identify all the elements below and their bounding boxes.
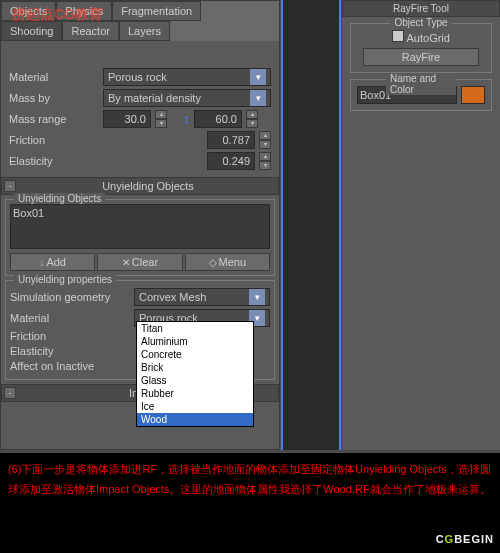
- massrange-label: Mass range: [9, 113, 99, 125]
- x-icon: ✕: [122, 257, 130, 268]
- material-dropdown[interactable]: Porous rock ▾: [103, 68, 271, 86]
- option-rubber[interactable]: Rubber: [137, 387, 253, 400]
- spinner-down-icon[interactable]: ▾: [246, 119, 258, 128]
- uny-material-label: Material: [10, 312, 130, 324]
- material-label: Material: [9, 71, 99, 83]
- chevron-down-icon: ▾: [249, 289, 265, 305]
- simgeo-label: Simulation geometry: [10, 291, 130, 303]
- add-button[interactable]: ↓Add: [10, 253, 95, 271]
- spinner-down-icon[interactable]: ▾: [259, 140, 271, 149]
- unyprops-legend: Unyielding properties: [14, 274, 116, 285]
- color-swatch[interactable]: [461, 86, 485, 104]
- collapse-icon[interactable]: -: [4, 387, 16, 399]
- massby-label: Mass by: [9, 92, 99, 104]
- unyielding-header: Unyielding Objects: [20, 180, 276, 192]
- collapse-icon[interactable]: -: [4, 180, 16, 192]
- uny-elasticity-label: Elasticity: [10, 345, 100, 357]
- uny-friction-label: Friction: [10, 330, 100, 342]
- spinner-up-icon[interactable]: ▴: [259, 152, 271, 161]
- massrange-max-input[interactable]: [194, 110, 242, 128]
- cgbegin-logo: CGBEGIN: [436, 528, 494, 549]
- autogrid-checkbox[interactable]: [392, 30, 404, 42]
- tab-fragmentation[interactable]: Fragmentation: [112, 1, 201, 21]
- material-options-list[interactable]: Titan Aluminium Concrete Brick Glass Rub…: [136, 321, 254, 427]
- viewport-3d[interactable]: [281, 0, 341, 450]
- option-ice[interactable]: Ice: [137, 400, 253, 413]
- tab-reactor[interactable]: Reactor: [62, 21, 119, 41]
- spinner-down-icon[interactable]: ▾: [155, 119, 167, 128]
- autogrid-label: AutoGrid: [407, 32, 450, 44]
- friction-input[interactable]: [207, 131, 255, 149]
- affect-inactive-label: Affect on Inactive: [10, 360, 130, 372]
- unyielding-list-legend: Unyielding Objects: [14, 193, 105, 204]
- tab-layers[interactable]: Layers: [119, 21, 170, 41]
- friction-label: Friction: [9, 134, 99, 146]
- spinner-up-icon[interactable]: ▴: [259, 131, 271, 140]
- elasticity-input[interactable]: [207, 152, 255, 170]
- unyielding-listbox[interactable]: Box01: [10, 204, 270, 249]
- spinner-up-icon[interactable]: ▴: [155, 110, 167, 119]
- tutorial-caption: (6)下面一步是将物体添加进RF，选择被当作地面的物体添加至固定物体Unyiel…: [0, 453, 500, 553]
- name-color-legend: Name and Color: [386, 73, 456, 95]
- chevron-down-icon: ▾: [250, 69, 266, 85]
- arrow-down-icon: ↓: [39, 257, 44, 268]
- spinner-up-icon[interactable]: ▴: [246, 110, 258, 119]
- spinner-down-icon[interactable]: ▾: [259, 161, 271, 170]
- massrange-min-input[interactable]: [103, 110, 151, 128]
- tab-objects[interactable]: Objects: [1, 1, 56, 21]
- rayfire-tool-title: RayFire Tool: [342, 0, 500, 17]
- clear-button[interactable]: ✕Clear: [97, 253, 182, 271]
- massby-dropdown[interactable]: By material density ▾: [103, 89, 271, 107]
- option-brick[interactable]: Brick: [137, 361, 253, 374]
- tab-physics[interactable]: Physics: [56, 1, 112, 21]
- option-aluminium[interactable]: Aluminium: [137, 335, 253, 348]
- simgeo-dropdown[interactable]: Convex Mesh ▾: [134, 288, 270, 306]
- tab-shooting[interactable]: Shooting: [1, 21, 62, 41]
- option-glass[interactable]: Glass: [137, 374, 253, 387]
- option-concrete[interactable]: Concrete: [137, 348, 253, 361]
- menu-button[interactable]: ◇Menu: [185, 253, 270, 271]
- diamond-icon: ◇: [209, 257, 217, 268]
- elasticity-label: Elasticity: [9, 155, 99, 167]
- chevron-down-icon: ▾: [250, 90, 266, 106]
- option-wood[interactable]: Wood: [137, 413, 253, 426]
- option-titan[interactable]: Titan: [137, 322, 253, 335]
- rayfire-button[interactable]: RayFire: [363, 48, 478, 66]
- list-item[interactable]: Box01: [13, 207, 267, 219]
- range-divider-icon: ↕: [183, 111, 190, 127]
- object-type-legend: Object Type: [390, 17, 451, 28]
